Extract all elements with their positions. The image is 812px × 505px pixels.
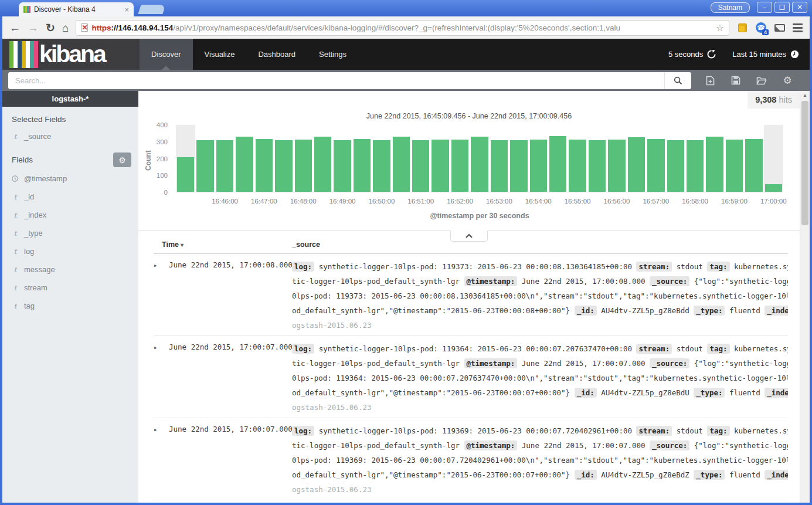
time-range-picker[interactable]: Last 15 minutes bbox=[732, 50, 799, 59]
histogram-bar[interactable] bbox=[393, 137, 410, 192]
field-item-stream[interactable]: tstream bbox=[2, 279, 138, 297]
histogram-bar[interactable] bbox=[647, 139, 664, 192]
save-search-button[interactable] bbox=[723, 74, 749, 87]
new-tab-button[interactable] bbox=[138, 5, 165, 14]
field-item-_id[interactable]: t_id bbox=[2, 188, 138, 206]
histogram-bar[interactable] bbox=[256, 139, 273, 192]
forward-icon[interactable]: → bbox=[28, 22, 39, 33]
search-input[interactable] bbox=[8, 72, 664, 89]
index-pattern-selector[interactable]: logstash-* bbox=[2, 91, 138, 107]
field-badge: _source: bbox=[650, 358, 689, 368]
collapse-chart-button[interactable] bbox=[450, 231, 488, 242]
kibana-logo[interactable]: kibana bbox=[2, 39, 140, 70]
nav-link-discover[interactable]: Discover bbox=[140, 39, 193, 70]
histogram-bar[interactable] bbox=[196, 140, 213, 192]
column-header-time[interactable]: Time▾ bbox=[154, 240, 292, 249]
notes-extension-icon[interactable] bbox=[736, 22, 748, 33]
histogram-bar[interactable] bbox=[549, 136, 566, 192]
histogram-bar[interactable] bbox=[608, 140, 625, 192]
nav-link-dashboard[interactable]: Dashboard bbox=[246, 39, 307, 70]
page-scrollbar[interactable]: ▲ bbox=[800, 91, 810, 503]
field-item-log[interactable]: tlog bbox=[2, 242, 138, 260]
histogram-bar[interactable] bbox=[687, 140, 704, 192]
histogram-bucket bbox=[411, 125, 430, 192]
source-text: stdout bbox=[672, 426, 707, 435]
histogram-bar[interactable] bbox=[354, 139, 371, 192]
close-button[interactable]: ✕ bbox=[792, 2, 807, 13]
nav-link-settings[interactable]: Settings bbox=[307, 39, 358, 70]
field-item-_index[interactable]: t_index bbox=[2, 206, 138, 224]
source-line: 0lps-pod: 119364: 2015-06-23 00:00:07.20… bbox=[292, 371, 788, 385]
histogram-bar[interactable] bbox=[628, 137, 645, 192]
histogram-bucket bbox=[607, 125, 626, 192]
x-tick-label: 16:52:00 bbox=[447, 198, 473, 205]
open-search-button[interactable] bbox=[749, 74, 774, 87]
column-header-source[interactable]: _source bbox=[292, 240, 788, 249]
browser-tab[interactable]: Discover - Kibana 4 × bbox=[19, 2, 134, 16]
histogram-bar[interactable] bbox=[236, 137, 253, 192]
field-item-timestamp[interactable]: @timestamp bbox=[2, 170, 138, 188]
field-name: tag bbox=[24, 301, 35, 310]
histogram-bar[interactable] bbox=[745, 139, 762, 192]
x-tick-label: 16:50:00 bbox=[369, 198, 395, 205]
url-bar[interactable]: ✕ https ://146.148.94.154 /api/v1/proxy/… bbox=[76, 20, 729, 36]
histogram-bucket bbox=[294, 125, 313, 192]
bookmark-star-icon[interactable]: ☆ bbox=[716, 22, 724, 33]
scrollbar-up-icon[interactable]: ▲ bbox=[800, 91, 810, 100]
nav-link-visualize[interactable]: Visualize bbox=[193, 39, 247, 70]
search-button[interactable] bbox=[664, 72, 691, 89]
field-item-_type[interactable]: t_type bbox=[2, 224, 138, 242]
reload-icon[interactable]: ↻ bbox=[46, 22, 55, 33]
histogram-bar[interactable] bbox=[667, 140, 684, 192]
expand-caret-icon[interactable]: ▸ bbox=[154, 341, 169, 415]
expand-caret-icon[interactable]: ▸ bbox=[154, 423, 169, 497]
histogram-bar[interactable] bbox=[451, 140, 468, 192]
histogram-bar[interactable] bbox=[412, 140, 429, 192]
histogram-bar[interactable] bbox=[491, 140, 508, 192]
histogram-bar[interactable] bbox=[373, 140, 390, 192]
histogram-bar[interactable] bbox=[275, 140, 292, 192]
source-text: 0lps-pod: 119369: 2015-06-23 00:00:07.72… bbox=[292, 456, 788, 465]
histogram-bar[interactable] bbox=[314, 137, 331, 192]
profile-button[interactable]: Satnam bbox=[711, 2, 750, 13]
maximize-button[interactable]: ❑ bbox=[774, 2, 790, 13]
phone-extension-icon[interactable]: ☎ 4 bbox=[755, 22, 767, 33]
histogram-bar[interactable] bbox=[334, 140, 351, 192]
browser-menu-icon[interactable] bbox=[793, 23, 803, 32]
tab-close-icon[interactable]: × bbox=[124, 5, 129, 14]
histogram-bar[interactable] bbox=[510, 140, 527, 192]
histogram-bar[interactable] bbox=[216, 140, 233, 192]
field-item-tag[interactable]: ttag bbox=[2, 297, 138, 315]
histogram-bucket bbox=[430, 125, 450, 192]
cast-icon[interactable] bbox=[774, 22, 786, 33]
refresh-interval-picker[interactable]: 5 seconds bbox=[668, 50, 716, 59]
histogram-bar[interactable] bbox=[569, 140, 586, 192]
field-badge: _id: bbox=[575, 388, 597, 398]
field-item-message[interactable]: tmessage bbox=[2, 260, 138, 279]
histogram-bar[interactable] bbox=[589, 140, 606, 192]
scrollbar-thumb[interactable] bbox=[801, 101, 808, 225]
histogram-bar[interactable] bbox=[432, 140, 449, 192]
insecure-page-icon[interactable]: ✕ bbox=[81, 23, 88, 32]
histogram-bar[interactable] bbox=[177, 157, 194, 192]
field-badge: _type: bbox=[694, 470, 725, 480]
histogram-bucket bbox=[705, 125, 724, 192]
fields-title: Fields bbox=[12, 155, 33, 164]
histogram-bar[interactable] bbox=[530, 140, 547, 192]
new-search-button[interactable] bbox=[697, 74, 723, 87]
expand-caret-icon[interactable]: ▸ bbox=[154, 259, 169, 333]
source-line: log: synthetic-logger-10lps-pod: 119364:… bbox=[292, 341, 788, 356]
histogram-bar[interactable] bbox=[706, 137, 723, 192]
settings-button[interactable]: ⚙ bbox=[774, 74, 800, 87]
minimize-button[interactable]: – bbox=[757, 2, 772, 13]
field-item-_source[interactable]: t_source bbox=[2, 127, 138, 145]
x-axis-ticks: 16:46:0016:47:0016:48:0016:49:0016:50:00… bbox=[176, 198, 783, 207]
back-icon[interactable]: ← bbox=[9, 22, 21, 33]
histogram-bar[interactable] bbox=[295, 140, 312, 192]
home-icon[interactable]: ⌂ bbox=[62, 22, 69, 33]
histogram-bar[interactable] bbox=[471, 137, 488, 192]
fields-settings-gear-icon[interactable]: ⚙ bbox=[113, 152, 131, 167]
histogram-bar[interactable] bbox=[726, 140, 743, 192]
field-badge: @timestamp: bbox=[464, 440, 518, 450]
histogram-bar[interactable] bbox=[765, 184, 782, 192]
